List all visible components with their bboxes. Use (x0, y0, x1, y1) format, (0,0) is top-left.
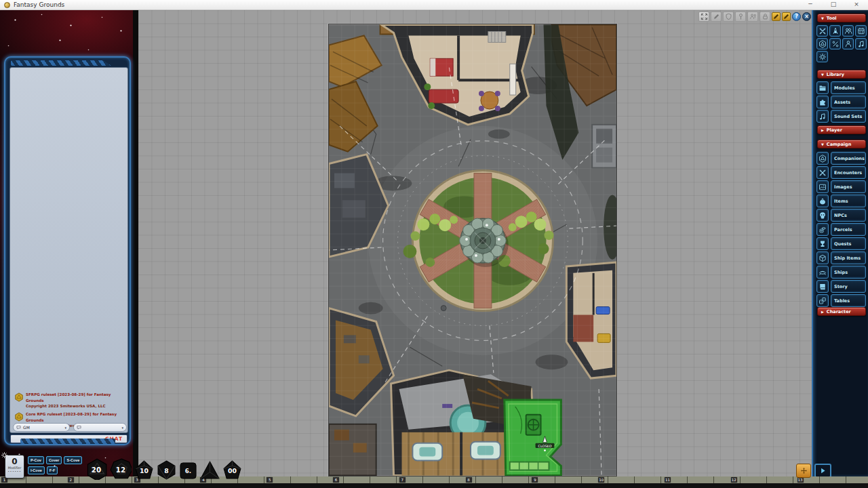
sidebar-item-ship-items[interactable]: Ship Items (831, 251, 866, 264)
map-image-window[interactable]: CLOSED (328, 24, 617, 476)
modifier-pips: •••••• (5, 470, 24, 473)
d20-die[interactable]: 20 (85, 458, 107, 480)
sidebar-item-icon-button[interactable] (816, 209, 829, 222)
sidebar-item-icon-button[interactable] (816, 294, 829, 307)
chat-log[interactable]: SFRPG ruleset [2023-08-29] for Fantasy G… (9, 67, 128, 433)
list-item: Encounters (816, 166, 866, 179)
hotkey-slot-10[interactable]: 10 (598, 477, 604, 483)
tool-options-button[interactable] (816, 51, 828, 62)
fit-to-window-button[interactable] (698, 12, 709, 22)
chat-mode-dropdown[interactable]: ▾ (73, 423, 127, 432)
tool-character-select-button[interactable] (842, 38, 854, 49)
tool-calendar-button[interactable] (855, 25, 867, 37)
sidebar-item-ships[interactable]: Ships (831, 266, 866, 279)
hotkey-slot-2[interactable]: 2 (68, 477, 74, 483)
player-vision-button[interactable] (747, 12, 758, 22)
hotkey-slot-6[interactable]: 6 (333, 477, 339, 483)
mask-tool-button[interactable] (723, 12, 734, 22)
sidebar-item-icon-button[interactable] (816, 280, 829, 293)
tool-party-sheet-button[interactable] (842, 25, 854, 37)
modifier-gear-icon[interactable] (1, 451, 8, 459)
tool-dice-roller-button[interactable] (816, 38, 828, 49)
pin-tool-button[interactable] (735, 12, 746, 22)
i-cove-button[interactable]: I-Cove (28, 466, 45, 474)
list-item: Parcels (816, 223, 866, 236)
draw-tool-button[interactable] (711, 12, 722, 22)
lock-tokens-button[interactable] (760, 12, 770, 22)
hotkey-slot-13[interactable]: 13 (797, 477, 804, 483)
chat-bubble-icon (77, 425, 81, 430)
collapse-arrow-icon: ▼ (821, 16, 824, 20)
hotkey-slot-11[interactable]: 11 (665, 477, 671, 483)
play-pointer-button[interactable] (814, 464, 831, 478)
sidebar-item-icon-button[interactable] (816, 251, 829, 264)
d4-die[interactable] (200, 460, 220, 480)
identity-value: GM (23, 425, 30, 430)
shipitems-icon (818, 254, 827, 262)
d6-die[interactable]: 6. (179, 462, 197, 480)
maximize-button[interactable]: □ (822, 0, 845, 9)
swords-icon (818, 169, 827, 177)
section-header-campaign[interactable]: ▼ Campaign (817, 140, 866, 148)
sidebar-item-icon-button[interactable] (816, 223, 829, 236)
hotkey-slot-7[interactable]: 7 (399, 477, 406, 483)
tool-starship-tracker-button[interactable] (829, 25, 841, 37)
tool-combat-tracker-button[interactable] (816, 25, 828, 37)
music-icon (818, 113, 827, 121)
close-button[interactable]: × (845, 0, 868, 9)
sidebar-item-sound-sets[interactable]: Sound Sets (831, 110, 866, 123)
tool-effects-button[interactable] (829, 38, 841, 49)
sidebar-item-icon-button[interactable] (816, 180, 829, 193)
message-line: Core RPG ruleset [2023-08-29] for Fantas… (26, 411, 127, 423)
sidebar-item-icon-button[interactable] (816, 266, 829, 279)
help-button[interactable]: ? (792, 12, 801, 21)
sidebar-item-npcs[interactable]: NPCs (831, 209, 866, 222)
close-window-button[interactable]: × (802, 12, 811, 21)
chat-frame-stripes (20, 439, 115, 444)
d10-die[interactable]: 10 (134, 460, 154, 480)
sidebar-item-items[interactable]: Items (831, 195, 866, 207)
s-cove-button[interactable]: S-Cove (64, 456, 82, 464)
sidebar-item-story[interactable]: Story (831, 280, 866, 293)
sidebar-item-icon-button[interactable] (816, 110, 829, 123)
svg-text:6.: 6. (185, 468, 191, 474)
list-item: Images (816, 180, 866, 193)
section-header-player[interactable]: ▶ Player (817, 125, 866, 134)
hotkey-slot-5[interactable]: 5 (267, 477, 273, 483)
edit-grid-button[interactable] (782, 12, 791, 21)
sidebar-item-icon-button[interactable] (816, 96, 829, 108)
sidebar-item-icon-button[interactable] (816, 152, 829, 165)
hotkey-slot-8[interactable]: 8 (466, 477, 472, 483)
sidebar-item-tables[interactable]: Tables (831, 294, 866, 307)
left-panel-divider (133, 10, 138, 476)
chat-identity-dropdown[interactable]: GM ▾ (13, 423, 70, 432)
sidebar-item-quests[interactable]: Quests (831, 237, 866, 250)
sidebar-item-encounters[interactable]: Encounters (831, 166, 866, 179)
sidebar-item-icon-button[interactable] (816, 237, 829, 250)
f-f-button[interactable]: F-F (47, 466, 58, 474)
section-header-tool[interactable]: ▼ Tool (817, 14, 866, 22)
edit-image-button[interactable] (772, 12, 781, 21)
list-item: Items (816, 195, 866, 207)
sidebar-item-icon-button[interactable] (816, 166, 829, 179)
d12-die[interactable]: 12 (110, 458, 132, 480)
sidebar-item-icon-button[interactable] (816, 195, 829, 207)
p-cov-button[interactable]: P-Cov (28, 456, 44, 464)
minimize-button[interactable]: ─ (799, 0, 822, 9)
sidebar-item-modules[interactable]: Modules (831, 81, 866, 94)
sidebar-item-icon-button[interactable] (816, 81, 829, 94)
chat-window[interactable]: SFRPG ruleset [2023-08-29] for Fantasy G… (4, 56, 131, 445)
section-header-character[interactable]: ▶ Character (817, 307, 866, 316)
hotkey-slot-9[interactable]: 9 (532, 477, 538, 483)
d8-die[interactable]: 8 (157, 460, 176, 480)
sidebar-item-companions[interactable]: Companions (831, 152, 866, 165)
sidebar-item-images[interactable]: Images (831, 180, 866, 193)
tool-sound-button[interactable] (855, 38, 867, 49)
sidebar-item-assets[interactable]: Assets (831, 96, 866, 108)
hotkey-slot-12[interactable]: 12 (731, 477, 737, 483)
panning-button[interactable] (796, 464, 811, 478)
d100-die[interactable]: 00 (222, 460, 242, 480)
cover-button[interactable]: Cover (46, 456, 62, 464)
section-header-library[interactable]: ▼ Library (817, 70, 866, 79)
sidebar-item-parcels[interactable]: Parcels (831, 223, 866, 236)
